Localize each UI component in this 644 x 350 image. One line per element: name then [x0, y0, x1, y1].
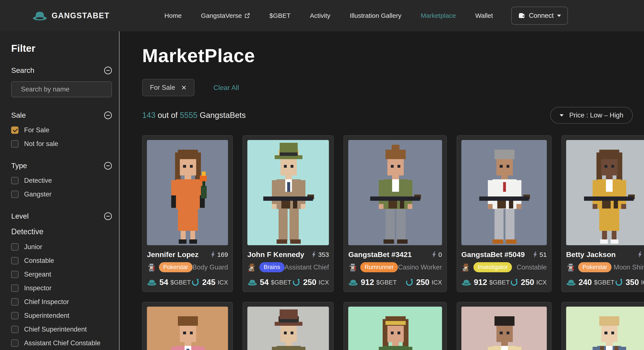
filter-title: Filter — [11, 42, 112, 54]
nav-item-label: GangstaVerse — [201, 12, 242, 19]
nft-card[interactable]: Jennifer Lopez 169 — [142, 135, 233, 292]
filter-option-assistant-chief-constable[interactable]: Assistant Chief Constable — [11, 339, 112, 347]
nft-image — [348, 307, 442, 350]
nav-item-wallet[interactable]: Wallet — [475, 12, 493, 19]
nft-card[interactable] — [142, 302, 233, 350]
results-suffix: GangstaBets — [200, 111, 246, 120]
filter-option-junior[interactable]: Junior — [11, 243, 112, 251]
gbet-price: 240 — [578, 278, 592, 287]
top-nav: GANGSTABET HomeGangstaVerse$GBETActivity… — [0, 0, 644, 31]
checkbox-label: Sergeant — [24, 271, 51, 278]
nav-item-illustration-gallery[interactable]: Illustration Gallery — [350, 12, 401, 19]
nft-card[interactable]: GangstaBet #5049 51 — [457, 135, 552, 292]
checkbox-checked[interactable] — [11, 127, 18, 134]
nft-card[interactable] — [562, 302, 644, 350]
search-input[interactable] — [21, 85, 107, 93]
icx-unit: ICX — [218, 279, 228, 286]
icx-price: 250 — [521, 278, 534, 287]
nft-image — [462, 140, 547, 245]
gbet-hat-icon — [462, 279, 471, 286]
brand-name: GANGSTABET — [52, 11, 110, 20]
icx-price-group: 250 ICX — [405, 278, 442, 287]
nft-card[interactable]: Betty Jackson 50 — [562, 135, 644, 292]
collapse-icon[interactable] — [104, 212, 112, 220]
results-out-of: out of — [158, 111, 178, 120]
filter-option-chief-inspector[interactable]: Chief Inspector — [11, 298, 112, 306]
power-indicator: 0 — [432, 251, 442, 258]
role-label: Casino Worker — [398, 263, 442, 271]
power-indicator: 51 — [533, 251, 546, 258]
checkbox-unchecked[interactable] — [11, 177, 18, 184]
active-filters-row: For Sale Clear All — [142, 79, 633, 96]
nav-item-marketplace[interactable]: Marketplace — [421, 12, 456, 19]
nav-item-gangstaverse[interactable]: GangstaVerse — [201, 12, 250, 19]
nft-card[interactable] — [457, 302, 552, 350]
collapse-icon[interactable] — [104, 67, 112, 74]
icx-logo-icon — [292, 278, 300, 287]
filter-option-sergeant[interactable]: Sergeant — [11, 271, 112, 278]
nft-card[interactable]: John F Kennedy 353 — [243, 135, 334, 292]
nft-card[interactable] — [243, 302, 334, 350]
gbet-price: 912 — [361, 278, 374, 287]
search-box — [11, 81, 112, 97]
checkbox-label: Chief Inspector — [24, 298, 69, 306]
lightning-bolt-icon — [312, 251, 316, 258]
checkbox-unchecked[interactable] — [11, 312, 18, 319]
nav-links: HomeGangstaVerse$GBETActivityIllustratio… — [164, 12, 493, 19]
filter-option-chief-superintendent[interactable]: Chief Superintendent — [11, 326, 112, 333]
nft-image — [247, 140, 329, 245]
icx-price: 250 — [416, 278, 430, 287]
checkbox-unchecked[interactable] — [11, 271, 18, 278]
checkbox-label: Detective — [24, 177, 52, 184]
sort-dropdown[interactable]: Price : Low – High — [550, 107, 633, 124]
page-title: MarketPlace — [142, 45, 633, 67]
nft-name: GangstaBet #3421 — [348, 250, 412, 259]
icx-price-group: 350 ICX — [614, 278, 644, 287]
nav-item-home[interactable]: Home — [164, 12, 182, 19]
nft-name: GangstaBet #5049 — [462, 250, 525, 259]
checkbox-unchecked[interactable] — [11, 191, 18, 198]
filter-option-for-sale[interactable]: For Sale — [11, 126, 112, 134]
checkbox-unchecked[interactable] — [11, 340, 18, 347]
filter-option-inspector[interactable]: Inspector — [11, 284, 112, 292]
nft-card[interactable]: GangstaBet #3421 0 — [344, 135, 447, 292]
filter-option-detective[interactable]: Detective — [11, 177, 112, 184]
chevron-down-icon — [560, 114, 564, 117]
nav-item--gbet[interactable]: $GBET — [269, 12, 290, 19]
filter-chip-for-sale[interactable]: For Sale — [142, 79, 194, 96]
nav-item-activity[interactable]: Activity — [310, 12, 330, 19]
clear-all-link[interactable]: Clear All — [214, 84, 239, 92]
lightning-bolt-icon — [432, 251, 436, 258]
brand-logo[interactable]: GANGSTABET — [32, 10, 110, 21]
collapse-icon[interactable] — [104, 111, 112, 119]
icx-unit: ICX — [536, 279, 546, 286]
card-grid: Jennifer Lopez 169 — [142, 135, 633, 350]
nft-card[interactable] — [344, 302, 447, 350]
filter-chip-label: For Sale — [150, 84, 175, 91]
checkbox-unchecked[interactable] — [11, 285, 18, 292]
filter-option-superintendent[interactable]: Superintendent — [11, 312, 112, 320]
role-label: Constable — [517, 263, 547, 271]
lightning-bolt-icon — [533, 251, 537, 258]
filter-option-not-for-sale[interactable]: Not for sale — [11, 140, 112, 148]
checkbox-unchecked[interactable] — [11, 326, 18, 333]
pixel-character — [147, 140, 228, 245]
power-indicator: 50 — [638, 251, 644, 258]
collapse-icon[interactable] — [104, 162, 112, 170]
power-value: 0 — [438, 251, 442, 258]
close-icon[interactable] — [181, 85, 187, 90]
filter-option-constable[interactable]: Constable — [11, 257, 112, 265]
checkbox-unchecked[interactable] — [11, 243, 18, 251]
checkbox-unchecked[interactable] — [11, 140, 18, 148]
checkbox-unchecked[interactable] — [11, 298, 18, 306]
gbet-unit: $GBET — [594, 279, 614, 286]
pixel-character — [247, 307, 329, 350]
checkbox-label: Assistant Chief Constable — [24, 339, 100, 347]
checkbox-unchecked[interactable] — [11, 257, 18, 264]
checkbox-label: Gangster — [24, 190, 52, 198]
filter-sidebar: Filter Search SaleFor SaleNot for saleTy… — [0, 31, 120, 350]
connect-button[interactable]: Connect — [511, 7, 568, 25]
icx-unit: ICX — [432, 279, 442, 286]
pixel-character — [147, 307, 228, 350]
filter-option-gangster[interactable]: Gangster — [11, 190, 112, 198]
